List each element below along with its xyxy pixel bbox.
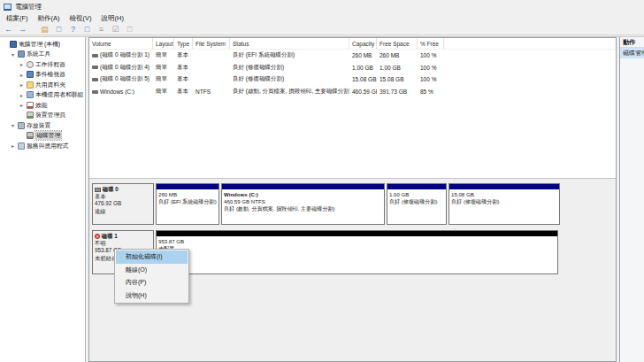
wrench-icon[interactable]: ≡ bbox=[96, 25, 106, 34]
chevron-right-icon[interactable]: ▸ bbox=[19, 72, 25, 78]
forward-icon[interactable]: → bbox=[18, 25, 27, 34]
disk-type: 基本 bbox=[95, 193, 151, 200]
column-header-file-system[interactable]: File System bbox=[193, 38, 230, 49]
column-header-free-space[interactable]: Free Space bbox=[377, 38, 418, 49]
menu-view[interactable]: 檢視(V) bbox=[70, 14, 92, 23]
chevron-down-icon[interactable]: ▾ bbox=[10, 122, 16, 128]
app-icon bbox=[4, 4, 12, 11]
tree-item-local-users-groups[interactable]: ▸ 本機使用者和群組 bbox=[0, 90, 85, 101]
disk-management-icon bbox=[27, 132, 34, 139]
unallocated-label: 未配置 bbox=[158, 245, 556, 252]
menu-help[interactable]: 說明(H) bbox=[102, 14, 124, 23]
tree-item-device-manager[interactable]: 裝置管理員 bbox=[0, 111, 85, 121]
column-header-capacity[interactable]: Capacity bbox=[349, 38, 377, 49]
volume-capacity: 1.00 GB bbox=[349, 65, 377, 71]
partition-title: Windows (C:) bbox=[224, 191, 382, 198]
chevron-right-icon[interactable]: ▸ bbox=[19, 81, 25, 88]
actions-item-disk-management[interactable]: 磁碟管理 bbox=[620, 48, 644, 58]
volume-pct-free: 85 % bbox=[418, 89, 444, 95]
tree-item-task-scheduler[interactable]: ▸ 工作排程器 bbox=[0, 59, 85, 70]
volume-capacity: 15.08 GB bbox=[349, 76, 377, 82]
column-header-status[interactable]: Status bbox=[230, 38, 349, 49]
menu-item-initialize-disk[interactable]: 初始化磁碟(I) bbox=[116, 250, 188, 264]
partition-efi[interactable]: 260 MB 良好 (EFI 系統磁碟分割) bbox=[156, 183, 219, 225]
volume-pct-free: 100 % bbox=[418, 65, 444, 71]
tree-label: 裝置管理員 bbox=[35, 111, 65, 119]
tree-item-computer-management[interactable]: 電腦管理 (本機) bbox=[0, 39, 85, 50]
volume-type: 基本 bbox=[174, 88, 193, 96]
column-header-pct-free[interactable]: % Free bbox=[418, 38, 444, 49]
window-icon[interactable]: □ bbox=[82, 25, 92, 34]
disk-status: 連線 bbox=[95, 208, 151, 215]
partition-recovery-1[interactable]: 1.00 GB 良好 (修復磁碟分割) bbox=[387, 183, 447, 225]
chevron-right-icon[interactable]: ▸ bbox=[19, 61, 25, 67]
column-header-layout[interactable]: Layout bbox=[153, 38, 174, 49]
volume-status: 良好 (EFI 系統磁碟分割) bbox=[230, 51, 349, 59]
tree-label: 本機使用者和群組 bbox=[35, 90, 83, 99]
volume-status: 良好 (啟動, 分頁檔案, 損毀傾印, 主要磁碟分割) bbox=[230, 88, 349, 96]
volume-type: 基本 bbox=[174, 75, 193, 83]
menu-item-help[interactable]: 說明(H) bbox=[116, 289, 188, 303]
volume-status: 良好 (修復磁碟分割) bbox=[230, 75, 349, 83]
disk-icon bbox=[95, 188, 101, 192]
column-header-type[interactable]: Type bbox=[174, 38, 193, 49]
disk-context-menu: 初始化磁碟(I) 離線(O) 內容(P) 說明(H) bbox=[114, 249, 189, 304]
console-window-icon[interactable]: □ bbox=[54, 25, 64, 34]
menu-bar: 檔案(F) 動作(A) 檢視(V) 說明(H) bbox=[0, 13, 644, 23]
volume-status: 良好 (修復磁碟分割) bbox=[230, 64, 349, 72]
panes-icon[interactable]: □ bbox=[125, 25, 134, 34]
chevron-right-icon[interactable]: ▸ bbox=[19, 102, 25, 108]
menu-action[interactable]: 動作(A) bbox=[38, 14, 60, 23]
volume-list: Volume Layout Type File System Status Ca… bbox=[89, 38, 616, 178]
chevron-right-icon[interactable]: ▸ bbox=[10, 142, 16, 149]
tree-item-shared-folders[interactable]: ▸ 共用資料夾 bbox=[0, 80, 85, 90]
window-title: 電腦管理 bbox=[15, 3, 42, 12]
partition-recovery-2[interactable]: 15.08 GB 良好 (修復磁碟分割) bbox=[448, 183, 560, 225]
table-row[interactable]: (磁碟 0 磁碟分割 1) 簡單 基本 良好 (EFI 系統磁碟分割) 260 … bbox=[89, 50, 616, 62]
tree-label: 服務與應用程式 bbox=[27, 142, 69, 150]
tree-item-event-viewer[interactable]: ▸ 事件檢視器 bbox=[0, 70, 85, 81]
partition-size: 460.59 GB NTFS bbox=[224, 198, 382, 205]
table-row[interactable]: (磁碟 0 磁碟分割 4) 簡單 基本 良好 (修復磁碟分割) 1.00 GB … bbox=[89, 62, 616, 74]
volume-icon bbox=[92, 78, 98, 81]
partition-windows-c[interactable]: Windows (C:) 460.59 GB NTFS 良好 (啟動, 分頁檔案… bbox=[221, 183, 385, 225]
actions-panel: 動作 磁碟管理 bbox=[619, 37, 644, 362]
menu-file[interactable]: 檔案(F) bbox=[6, 14, 28, 23]
tree-label: 共用資料夾 bbox=[35, 81, 65, 89]
show-tree-icon[interactable]: ▤ bbox=[40, 25, 50, 34]
disk-0-header[interactable]: 磁碟 0 基本 476.92 GB 連線 bbox=[92, 183, 154, 225]
tree-label: 事件檢視器 bbox=[35, 70, 65, 79]
volume-free: 260 MB bbox=[377, 52, 418, 58]
chevron-down-icon[interactable]: ▾ bbox=[10, 51, 16, 58]
tree-item-system-tools[interactable]: ▾ 系統工具 bbox=[0, 50, 85, 60]
volume-list-header: Volume Layout Type File System Status Ca… bbox=[89, 38, 616, 50]
console-tree: 電腦管理 (本機) ▾ 系統工具 ▸ 工作排程器 ▸ 事件檢視器 ▸ 共用資料夾… bbox=[0, 37, 86, 362]
tree-item-storage[interactable]: ▾ 存放裝置 bbox=[0, 120, 85, 131]
back-icon[interactable]: ← bbox=[4, 25, 13, 34]
volume-capacity: 460.59 GB bbox=[349, 89, 377, 95]
device-manager-icon bbox=[27, 112, 34, 119]
services-icon bbox=[18, 142, 25, 150]
table-row[interactable]: (磁碟 0 磁碟分割 5) 簡單 基本 良好 (修復磁碟分割) 15.08 GB… bbox=[89, 73, 616, 86]
volume-free: 15.08 GB bbox=[377, 76, 418, 82]
checklist-icon[interactable]: ☑ bbox=[111, 25, 120, 34]
volume-icon bbox=[92, 54, 98, 58]
help-icon[interactable]: ? bbox=[68, 25, 78, 34]
content-area: 電腦管理 (本機) ▾ 系統工具 ▸ 工作排程器 ▸ 事件檢視器 ▸ 共用資料夾… bbox=[0, 36, 644, 362]
tree-item-services-applications[interactable]: ▸ 服務與應用程式 bbox=[0, 141, 85, 151]
volume-capacity: 260 MB bbox=[349, 52, 377, 58]
event-viewer-icon bbox=[27, 71, 34, 78]
task-scheduler-icon bbox=[27, 61, 34, 68]
tree-item-performance[interactable]: ▸ 效能 bbox=[0, 100, 85, 111]
unallocated-space[interactable]: 953.87 GB 未配置 bbox=[156, 230, 558, 274]
volume-pct-free: 100 % bbox=[418, 52, 444, 58]
chevron-right-icon[interactable]: ▸ bbox=[19, 92, 25, 98]
tree-item-disk-management[interactable]: 磁碟管理 bbox=[0, 131, 85, 142]
disk-error-icon: ✕ bbox=[95, 234, 100, 239]
menu-item-offline[interactable]: 離線(O) bbox=[116, 264, 188, 277]
partition-status: 良好 (修復磁碟分割) bbox=[451, 198, 557, 205]
volume-free: 1.00 GB bbox=[377, 65, 418, 71]
menu-item-properties[interactable]: 內容(P) bbox=[116, 276, 188, 289]
table-row[interactable]: Windows (C:) 簡單 基本 NTFS 良好 (啟動, 分頁檔案, 損毀… bbox=[89, 86, 616, 98]
column-header-volume[interactable]: Volume bbox=[89, 38, 153, 49]
